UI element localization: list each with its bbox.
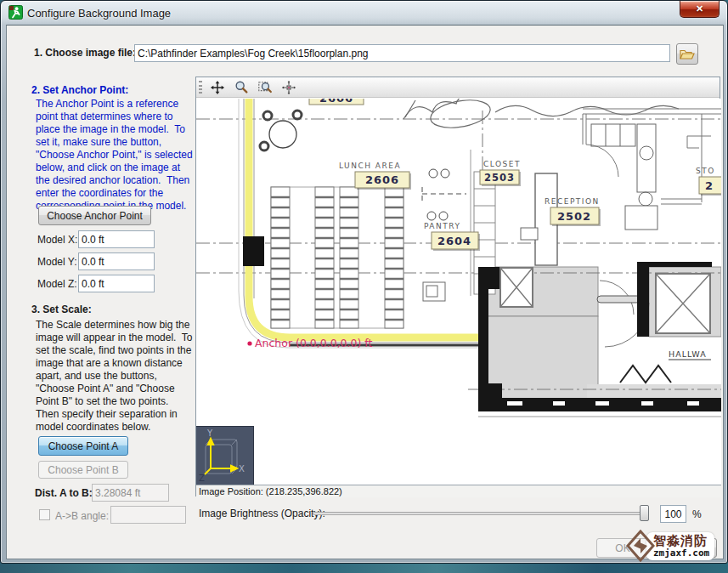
model-x-label: Model X: (37, 234, 77, 246)
pantry-name: PANTRY (424, 222, 460, 230)
room-tag-closet: 2503 (484, 172, 515, 184)
model-z-input[interactable] (78, 275, 155, 292)
room-tag-reception: 2502 (557, 210, 591, 223)
brightness-value-input[interactable] (660, 505, 686, 523)
reception-name: RECEPTION (545, 197, 600, 206)
axis-y-label: Y (206, 428, 213, 438)
dist-a-to-b-input[interactable] (92, 484, 169, 502)
floorplan-drawing: LUNCH AREA CLOSET RECEPTION PANTRY STO H… (196, 99, 721, 485)
anchor-marker-label: Anchor (0.0,0.0,0.0) ft (255, 337, 373, 349)
image-viewer-panel: LUNCH AREA CLOSET RECEPTION PANTRY STO H… (195, 77, 720, 496)
orientation-thumbnail[interactable]: Y X Z (196, 426, 254, 485)
viewer-toolbar (196, 77, 720, 98)
storage-name: STO (696, 167, 715, 175)
file-label: 1. Choose image file: (34, 47, 136, 59)
angle-input[interactable] (110, 506, 186, 524)
pan-icon[interactable] (207, 78, 227, 96)
angle-label: A->B angle: (55, 510, 109, 522)
room-tag-lunch: 2606 (365, 173, 399, 186)
title-bar[interactable]: Configure Background Image ✕ (1, 1, 727, 25)
model-y-input[interactable] (78, 252, 155, 270)
floorplan-image[interactable]: LUNCH AREA CLOSET RECEPTION PANTRY STO H… (196, 99, 721, 485)
anchor-section-description: The Anchor Point is a reference point th… (36, 98, 197, 213)
model-y-label: Model Y: (37, 256, 76, 268)
choose-anchor-point-button[interactable]: Choose Anchor Point (38, 206, 151, 225)
watermark-site: zmjaxf.com (653, 547, 709, 559)
watermark-logo-icon (626, 530, 655, 562)
dialog-content: 1. Choose image file: 2. Set Anchor Poin… (6, 25, 724, 559)
room-tag-top: 2606 (319, 99, 353, 105)
lunch-area-name: LUNCH AREA (339, 162, 401, 170)
axis-z-label: Z (199, 474, 205, 483)
open-folder-icon (680, 51, 695, 63)
brightness-unit: % (692, 508, 702, 520)
dist-a-to-b-label: Dist. A to B: (35, 487, 93, 499)
brightness-slider[interactable] (313, 512, 649, 515)
brightness-slider-thumb[interactable] (640, 505, 649, 521)
anchor-marker-dot[interactable] (247, 341, 251, 345)
model-z-label: Model Z: (37, 278, 77, 290)
axis-x-label: X (239, 464, 245, 474)
image-position-status: Image Position: (218.235,396.822) (196, 485, 721, 497)
zoom-icon[interactable] (231, 78, 251, 96)
scale-section-heading: 3. Set Scale: (31, 304, 92, 315)
browse-button[interactable] (676, 43, 698, 65)
angle-checkbox[interactable] (39, 509, 50, 520)
brightness-label: Image Brightness (Opacity): (199, 508, 325, 519)
file-path-input[interactable] (134, 44, 670, 62)
anchor-crosshair-icon[interactable] (279, 78, 298, 96)
window-title: Configure Background Image (27, 7, 171, 20)
choose-point-b-button[interactable]: Choose Point B (38, 461, 128, 479)
toolbar-grip[interactable] (199, 81, 202, 94)
hallway-name: HALLWA (669, 349, 707, 359)
room-tag-pantry: 2604 (437, 235, 471, 247)
model-x-input[interactable] (78, 230, 155, 248)
pathfinder-app-icon (8, 5, 23, 20)
anchor-section-heading: 2. Set Anchor Point: (31, 84, 128, 96)
dialog-window: Configure Background Image ✕ 1. Choose i… (0, 0, 728, 564)
choose-point-a-button[interactable]: Choose Point A (38, 436, 128, 456)
room-tag-storage: 2 (705, 179, 714, 192)
scale-section-description: The Scale determines how big the image w… (36, 319, 197, 434)
watermark-brand: 智淼消防 (653, 533, 709, 547)
watermark: 智淼消防 zmjaxf.com (626, 530, 714, 562)
closet-name: CLOSET (483, 160, 521, 168)
close-button[interactable]: ✕ (680, 1, 720, 18)
zoom-selection-icon[interactable] (255, 78, 274, 96)
